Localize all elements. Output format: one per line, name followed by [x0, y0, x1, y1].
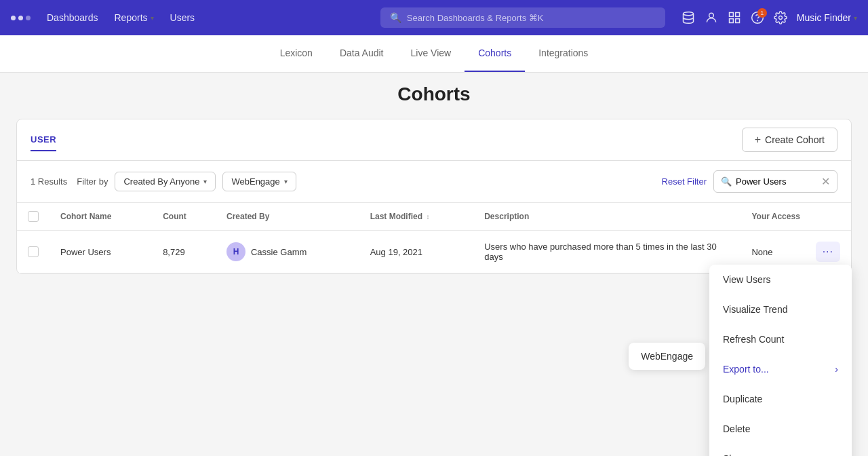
chevron-down-icon: ▾	[203, 178, 207, 185]
search-input[interactable]	[407, 13, 656, 23]
source-filter[interactable]: WebEngage ▾	[222, 172, 296, 191]
svg-point-8	[778, 16, 782, 20]
row-more-button[interactable]: ···	[816, 242, 840, 262]
chevron-down-icon: ▾	[284, 178, 288, 185]
top-navigation: Dashboards Reports ▾ Users 🔍 1	[0, 0, 868, 35]
notification-badge: 1	[757, 8, 767, 18]
org-switcher[interactable]: Music Finder ▾	[797, 12, 857, 23]
nav-logo[interactable]	[11, 16, 31, 20]
user-icon[interactable]	[705, 11, 718, 24]
chevron-down-icon: ▾	[151, 14, 154, 22]
database-icon[interactable]	[682, 11, 695, 24]
svg-point-0	[683, 12, 693, 16]
count-cell: 8,729	[152, 231, 216, 273]
cohorts-panel: USER + Create Cohort 1 Results Filter by…	[16, 119, 852, 274]
description-cell: Users who have purchased more than 5 tim…	[473, 231, 741, 273]
col-description: Description	[473, 203, 741, 231]
row-checkbox[interactable]	[28, 246, 39, 257]
filter-right: Reset Filter 🔍 ✕	[662, 170, 837, 193]
cohort-search-wrapper[interactable]: 🔍 ✕	[713, 170, 837, 193]
cohorts-table: Cohort Name Count Created By Last Modifi…	[17, 203, 851, 273]
select-all-checkbox[interactable]	[28, 211, 39, 222]
created-by-cell: H Cassie Gamm	[216, 231, 359, 273]
subnav-live-view[interactable]: Live View	[397, 35, 465, 72]
results-count: 1 Results	[31, 176, 67, 187]
subnav-integrations[interactable]: Integrations	[525, 35, 601, 72]
sort-icon: ↕	[426, 213, 429, 221]
chevron-down-icon: ▾	[854, 14, 857, 22]
search-bar[interactable]: 🔍	[380, 7, 665, 28]
search-icon: 🔍	[390, 12, 401, 23]
col-access: Your Access	[741, 203, 851, 231]
nav-dashboards[interactable]: Dashboards	[47, 12, 98, 23]
nav-users[interactable]: Users	[170, 12, 195, 23]
page-title-area: Cohorts	[0, 73, 868, 108]
svg-rect-3	[736, 13, 740, 17]
svg-point-7	[757, 20, 757, 21]
last-modified-cell: Aug 19, 2021	[359, 231, 474, 273]
svg-rect-2	[729, 13, 733, 17]
grid-icon[interactable]	[728, 11, 741, 24]
main-content: USER + Create Cohort 1 Results Filter by…	[0, 108, 868, 285]
table-header-row: Cohort Name Count Created By Last Modifi…	[17, 203, 851, 231]
avatar: H	[226, 242, 245, 261]
context-menu: View Users Visualize Trend Refresh Count…	[709, 265, 852, 285]
sub-navigation: Lexicon Data Audit Live View Cohorts Int…	[0, 35, 868, 73]
cohort-search-input[interactable]	[736, 176, 817, 187]
subnav-lexicon[interactable]: Lexicon	[267, 35, 326, 72]
filter-bar: 1 Results Filter by Created By Anyone ▾ …	[17, 161, 851, 203]
created-by-filter[interactable]: Created By Anyone ▾	[115, 172, 216, 191]
select-all-header[interactable]	[17, 203, 50, 231]
subnav-cohorts[interactable]: Cohorts	[465, 35, 525, 72]
svg-rect-4	[729, 19, 733, 23]
col-created-by: Created By	[216, 203, 359, 231]
nav-reports[interactable]: Reports ▾	[115, 12, 154, 23]
create-cohort-button[interactable]: + Create Cohort	[742, 128, 837, 152]
search-icon: 🔍	[721, 176, 732, 187]
svg-rect-5	[736, 19, 740, 23]
tab-user[interactable]: USER	[31, 129, 56, 151]
col-last-modified[interactable]: Last Modified ↕	[359, 203, 474, 231]
clear-search-button[interactable]: ✕	[821, 175, 830, 188]
created-by-wrapper: H Cassie Gamm	[226, 242, 349, 261]
row-checkbox-cell[interactable]	[17, 231, 50, 273]
filter-by-label: Filter by	[77, 176, 108, 187]
page-title: Cohorts	[397, 83, 470, 105]
subnav-data-audit[interactable]: Data Audit	[326, 35, 397, 72]
cohort-name-cell[interactable]: Power Users	[50, 231, 152, 273]
col-count: Count	[152, 203, 216, 231]
menu-item-view-users[interactable]: View Users	[709, 265, 852, 285]
panel-header: USER + Create Cohort	[17, 119, 851, 161]
help-icon[interactable]: 1	[751, 11, 764, 24]
plus-icon: +	[755, 134, 761, 146]
nav-icons-group: 1 Music Finder ▾	[682, 11, 857, 24]
settings-icon[interactable]	[774, 11, 787, 24]
col-cohort-name: Cohort Name	[50, 203, 152, 231]
reset-filter-button[interactable]: Reset Filter	[662, 176, 707, 187]
svg-point-1	[709, 13, 714, 18]
